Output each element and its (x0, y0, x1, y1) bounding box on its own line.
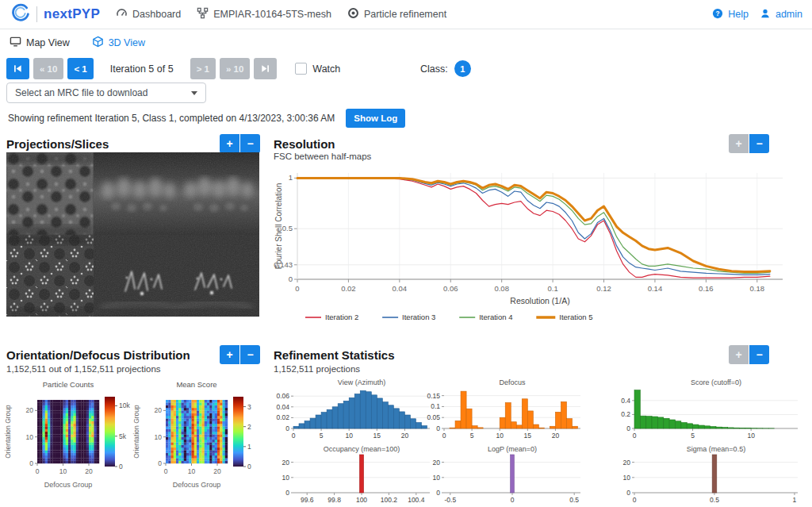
back-10-button[interactable]: « 10 (33, 58, 63, 79)
svg-text:0: 0 (511, 496, 515, 504)
svg-text:0.02: 0.02 (341, 284, 356, 293)
svg-text:0.1: 0.1 (547, 284, 557, 293)
defocus-histogram: 00.050.10.1505101520Defocus (420, 378, 587, 446)
statistics-panel-header: Refinement Statistics + − (274, 344, 769, 365)
back-1-button[interactable]: < 1 (67, 58, 93, 79)
tab-map-view[interactable]: Map View (10, 36, 70, 50)
projections-zoom-out-button[interactable]: − (240, 134, 260, 153)
svg-text:0.14: 0.14 (648, 284, 663, 293)
svg-text:Mean Score: Mean Score (176, 380, 216, 389)
refinement-status-text: Showing refinement Iteration 5, Class 1,… (8, 113, 335, 124)
nav-dashboard[interactable]: Dashboard (116, 7, 181, 21)
svg-text:0.08: 0.08 (494, 284, 509, 293)
mean-score-heatmap: Mean ScoreOrientation Group0102001020Def… (132, 378, 260, 507)
svg-text:0.15: 0.15 (427, 392, 440, 400)
occupancy-histogram: 0102099.699.8100100.2100.4Occupancy (mea… (270, 444, 436, 507)
svg-text:Resolution (1/A): Resolution (1/A) (510, 296, 569, 305)
svg-text:Occupancy (mean=100): Occupancy (mean=100) (324, 445, 400, 453)
svg-text:1: 1 (793, 496, 797, 504)
target-icon (347, 7, 359, 21)
last-iteration-button[interactable] (254, 58, 277, 79)
fsc-chart: 00.020.040.060.080.10.120.140.160.1800.1… (274, 167, 806, 327)
project-network-icon (197, 7, 209, 21)
monitor-icon (10, 36, 21, 50)
help-link[interactable]: ? Help (712, 8, 749, 21)
nextpyp-logo-icon (10, 2, 30, 26)
mrc-file-select[interactable]: Select an MRC file to download (6, 83, 206, 103)
svg-text:0: 0 (436, 424, 440, 432)
svg-text:Fourier Shell Correlation: Fourier Shell Correlation (274, 183, 283, 269)
svg-text:10: 10 (155, 433, 163, 441)
distribution-title: Orientation/Defocus Distribution (6, 348, 190, 362)
svg-text:100.2: 100.2 (381, 496, 398, 504)
statistics-subtitle: 1,152,511 projections (274, 364, 360, 374)
svg-text:0.18: 0.18 (750, 284, 765, 293)
class-badge[interactable]: 1 (454, 60, 471, 77)
brand[interactable]: nextPYP (10, 2, 100, 26)
svg-text:0.5: 0.5 (282, 224, 293, 232)
svg-text:0.12: 0.12 (596, 284, 611, 293)
resolution-zoom-out-button[interactable]: − (749, 134, 769, 153)
svg-text:Sigma (mean=0.5): Sigma (mean=0.5) (687, 445, 745, 453)
svg-text:0.4: 0.4 (621, 397, 630, 405)
tab-3d-view[interactable]: 3D View (92, 36, 145, 50)
user-menu[interactable]: admin (760, 8, 802, 21)
nav-block[interactable]: Particle refinement (347, 7, 446, 21)
distribution-zoom-in-button[interactable]: + (220, 345, 239, 364)
svg-text:10: 10 (59, 467, 67, 475)
svg-text:10: 10 (433, 474, 441, 482)
help-label: Help (728, 9, 749, 20)
svg-text:99.6: 99.6 (301, 496, 314, 504)
distribution-subtitle: 1,152,511 out of 1,152,511 projections (6, 364, 161, 374)
status-row: Showing refinement Iteration 5, Class 1,… (8, 109, 405, 128)
statistics-zoom-out-button[interactable]: − (749, 345, 769, 364)
iteration-status: Iteration 5 of 5 (110, 63, 174, 75)
svg-text:10: 10 (623, 474, 631, 482)
svg-text:0.06: 0.06 (276, 392, 289, 400)
projections-zoom-in-button[interactable]: + (220, 134, 239, 153)
svg-text:10: 10 (282, 474, 290, 482)
projections-zoom-controls: + − (220, 134, 260, 153)
statistics-zoom-in-button[interactable]: + (729, 345, 749, 364)
svg-text:20: 20 (552, 432, 560, 440)
svg-text:15: 15 (524, 432, 532, 440)
help-icon: ? (712, 8, 723, 21)
forward-1-button[interactable]: > 1 (190, 58, 216, 79)
svg-text:20: 20 (26, 406, 34, 414)
svg-text:Orientation Group: Orientation Group (132, 405, 140, 459)
breadcrumb: Dashboard EMPIAR-10164-5TS-mesh Particle… (116, 7, 446, 21)
projections-slices-image[interactable] (6, 152, 259, 317)
svg-text:0: 0 (442, 432, 446, 440)
svg-text:0.5: 0.5 (569, 496, 579, 504)
svg-text:Defocus: Defocus (499, 378, 526, 386)
svg-text:10: 10 (747, 432, 755, 440)
svg-text:0.2: 0.2 (621, 410, 630, 418)
svg-text:Iteration 5: Iteration 5 (559, 313, 592, 321)
distribution-zoom-out-button[interactable]: − (240, 345, 260, 364)
nav-project-label: EMPIAR-10164-5TS-mesh (213, 9, 331, 20)
svg-text:Score (cutoff=0): Score (cutoff=0) (691, 378, 741, 386)
mrc-file-select-value: Select an MRC file to download (15, 87, 147, 98)
svg-text:20: 20 (401, 432, 409, 440)
dashboard-gauge-icon (116, 7, 128, 21)
resolution-zoom-in-button[interactable]: + (729, 134, 749, 153)
distribution-zoom-controls: + − (220, 345, 260, 364)
svg-text:0: 0 (626, 489, 630, 497)
score-histogram: 00.20.40510Score (cutoff=0) (611, 378, 804, 446)
svg-text:0.5: 0.5 (710, 496, 719, 504)
nav-project[interactable]: EMPIAR-10164-5TS-mesh (197, 7, 331, 21)
cube-icon (92, 36, 104, 50)
svg-text:?: ? (716, 9, 720, 17)
first-iteration-button[interactable] (6, 58, 29, 79)
class-selector: Class: 1 (420, 60, 471, 77)
brand-divider (36, 6, 37, 22)
svg-text:1: 1 (289, 173, 293, 182)
svg-text:99.8: 99.8 (327, 496, 341, 504)
show-log-button[interactable]: Show Log (346, 109, 405, 128)
logp-histogram: 01020-0.500.5LogP (mean=0) (420, 444, 587, 507)
chevron-down-icon (191, 91, 197, 95)
watch-checkbox[interactable] (295, 63, 307, 75)
forward-10-button[interactable]: » 10 (220, 58, 250, 79)
svg-text:10k: 10k (119, 401, 130, 409)
svg-text:0: 0 (119, 463, 123, 471)
